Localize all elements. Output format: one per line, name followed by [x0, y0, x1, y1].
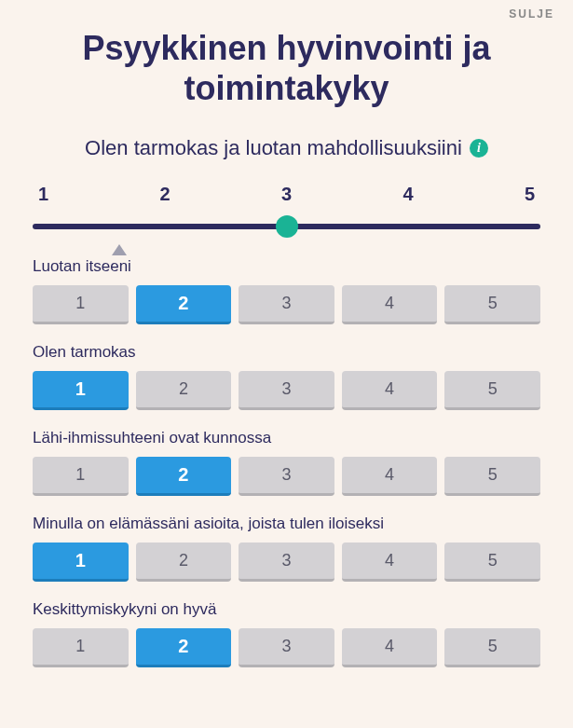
subtitle-text: Olen tarmokas ja luotan mahdollisuuksiin… — [85, 136, 462, 160]
rating-button-1[interactable]: 1 — [33, 543, 129, 582]
question-block: Luotan itseeni12345 — [33, 257, 540, 324]
rating-button-2[interactable]: 2 — [136, 628, 232, 667]
rating-button-4[interactable]: 4 — [342, 457, 438, 496]
scale-label-1: 1 — [38, 184, 48, 205]
rating-button-5[interactable]: 5 — [444, 285, 540, 324]
rating-button-1[interactable]: 1 — [33, 371, 129, 410]
rating-button-2[interactable]: 2 — [136, 371, 232, 410]
scale-label-4: 4 — [402, 184, 413, 205]
rating-button-5[interactable]: 5 — [444, 628, 540, 667]
page-title: Psyykkinen hyvinvointi ja toimintakyky — [33, 28, 540, 108]
question-label: Olen tarmokas — [33, 343, 540, 362]
rating-button-2[interactable]: 2 — [136, 543, 232, 582]
rating-button-2[interactable]: 2 — [136, 285, 232, 324]
close-button[interactable]: SULJE — [509, 7, 554, 21]
slider[interactable] — [33, 224, 540, 229]
rating-button-1[interactable]: 1 — [33, 285, 129, 324]
question-label: Keskittymiskykyni on hyvä — [33, 600, 540, 619]
scale-label-5: 5 — [525, 184, 535, 205]
rating-button-5[interactable]: 5 — [444, 457, 540, 496]
question-block: Keskittymiskykyni on hyvä12345 — [33, 600, 540, 667]
questions-list: Luotan itseeni12345Olen tarmokas12345Läh… — [33, 257, 540, 667]
rating-button-3[interactable]: 3 — [239, 457, 334, 496]
rating-button-2[interactable]: 2 — [136, 457, 232, 496]
rating-button-5[interactable]: 5 — [444, 543, 540, 582]
rating-button-4[interactable]: 4 — [342, 371, 438, 410]
rating-button-4[interactable]: 4 — [342, 628, 438, 667]
main-container: Psyykkinen hyvinvointi ja toimintakyky O… — [0, 0, 573, 705]
slider-thumb[interactable] — [276, 215, 298, 238]
rating-button-1[interactable]: 1 — [33, 628, 129, 667]
rating-row: 12345 — [33, 371, 540, 410]
slider-marker-icon — [112, 244, 127, 255]
scale-label-2: 2 — [159, 184, 170, 205]
rating-button-3[interactable]: 3 — [239, 371, 334, 410]
rating-button-3[interactable]: 3 — [239, 628, 334, 667]
info-icon[interactable]: i — [470, 139, 488, 158]
scale-label-3: 3 — [281, 184, 292, 205]
slider-track — [33, 224, 540, 229]
question-label: Luotan itseeni — [33, 257, 540, 276]
rating-row: 12345 — [33, 457, 540, 496]
question-block: Olen tarmokas12345 — [33, 343, 540, 410]
subtitle-row: Olen tarmokas ja luotan mahdollisuuksiin… — [33, 136, 540, 160]
rating-button-3[interactable]: 3 — [239, 543, 334, 582]
rating-button-1[interactable]: 1 — [33, 457, 129, 496]
rating-button-4[interactable]: 4 — [342, 543, 438, 582]
rating-button-4[interactable]: 4 — [342, 285, 438, 324]
rating-button-3[interactable]: 3 — [239, 285, 334, 324]
question-block: Minulla on elämässäni asioita, joista tu… — [33, 515, 540, 582]
question-label: Lähi-ihmissuhteeni ovat kunnossa — [33, 429, 540, 447]
question-label: Minulla on elämässäni asioita, joista tu… — [33, 515, 540, 533]
rating-row: 12345 — [33, 285, 540, 324]
question-block: Lähi-ihmissuhteeni ovat kunnossa12345 — [33, 429, 540, 496]
rating-button-5[interactable]: 5 — [444, 371, 540, 410]
rating-row: 12345 — [33, 543, 540, 582]
scale-labels: 1 2 3 4 5 — [33, 184, 540, 205]
rating-row: 12345 — [33, 628, 540, 667]
